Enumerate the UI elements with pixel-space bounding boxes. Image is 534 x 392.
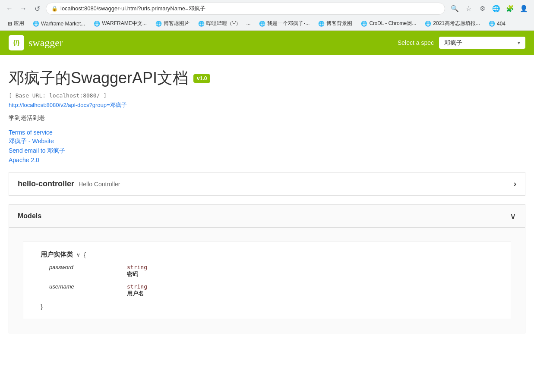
version-badge: v1.0 — [193, 74, 210, 83]
controller-header[interactable]: hello-controller Hello Controller › — [9, 172, 525, 195]
refresh-button[interactable]: ↺ — [32, 3, 42, 14]
license-link[interactable]: Apache 2.0 — [9, 157, 525, 163]
controller-description: Hello Controller — [79, 181, 120, 188]
bookmark-icon-3: 🌐 — [155, 21, 162, 27]
field-desc-password: 密码 — [127, 270, 147, 278]
bookmark-bilibili[interactable]: 🌐 哔哩哔哩（'-'）ゞ... — [195, 19, 254, 28]
api-description: 学到老活到老 — [9, 114, 525, 122]
swagger-logo: {/} swagger — [9, 35, 63, 50]
bookmark-gaokao[interactable]: 🌐 2021高考志愿填报... — [421, 19, 483, 28]
bookmark-icon-5: 🌐 — [259, 21, 265, 27]
browser-chrome: ← → ↺ 🔒 localhost:8080/swagger-ui.html?u… — [0, 0, 534, 31]
bookmark-icon-1: 🌐 — [33, 21, 39, 27]
spec-select[interactable]: 邓疯子 — [439, 37, 525, 49]
controller-section: hello-controller Hello Controller › — [9, 172, 525, 196]
model-field-username: username string 用户名 — [49, 283, 493, 298]
apps-icon: ⊞ — [8, 21, 12, 27]
bookmark-icon-8: 🌐 — [425, 21, 431, 27]
api-title-row: 邓疯子的SwaggerAPI文档 v1.0 — [9, 68, 525, 89]
controller-expand-icon: › — [514, 179, 516, 188]
controller-name: hello-controller — [18, 179, 74, 188]
field-name-username: username — [49, 283, 127, 290]
field-type-password: string — [127, 264, 147, 270]
address-bar[interactable]: 🔒 localhost:8080/swagger-ui.html?urls.pr… — [46, 3, 445, 15]
url-text: localhost:8080/swagger-ui.html?urls.prim… — [60, 5, 205, 13]
bookmark-apps[interactable]: ⊞ 应用 — [4, 19, 28, 28]
model-toggle-icon[interactable]: ∨ — [76, 252, 80, 258]
profile-button[interactable]: 👤 — [518, 3, 530, 15]
field-info-password: string 密码 — [127, 264, 147, 278]
models-header[interactable]: Models ∨ — [9, 205, 525, 228]
model-field-password: password string 密码 — [49, 264, 493, 278]
browser-toolbar: ← → ↺ 🔒 localhost:8080/swagger-ui.html?u… — [0, 0, 534, 17]
model-fields: password string 密码 username string 用户名 — [41, 264, 493, 298]
main-content: 邓疯子的SwaggerAPI文档 v1.0 [ Base URL: localh… — [0, 55, 534, 346]
terms-of-service-link[interactable]: Terms of service — [9, 129, 525, 136]
bookmark-warframe-cn[interactable]: 🌐 WARFRAME中文... — [90, 19, 150, 28]
model-open-brace: { — [84, 251, 86, 258]
models-body: 用户实体类 ∨ { password string 密码 — [9, 228, 525, 333]
extensions-button[interactable]: 🧩 — [504, 3, 516, 15]
bookmark-crxdl[interactable]: 🌐 CrxDL - Chrome浏... — [357, 19, 420, 28]
models-section: Models ∨ 用户实体类 ∨ { password string 密码 — [9, 204, 525, 333]
field-name-password: password — [49, 264, 127, 270]
bookmark-icon-2: 🌐 — [94, 21, 100, 27]
bookmark-button[interactable]: ☆ — [462, 3, 474, 15]
field-type-username: string — [127, 283, 147, 290]
lock-icon: 🔒 — [51, 6, 58, 12]
model-name-row: 用户实体类 ∨ { — [41, 251, 493, 259]
bookmark-404[interactable]: 🌐 404 — [485, 19, 509, 28]
forward-button[interactable]: → — [18, 3, 28, 14]
api-docs-link[interactable]: http://localhost:8080/v2/api-docs?group=… — [9, 102, 127, 108]
base-url: [ Base URL: localhost:8080/ ] — [9, 92, 525, 99]
models-content: 用户实体类 ∨ { password string 密码 — [23, 241, 511, 319]
field-desc-username: 用户名 — [127, 290, 147, 298]
models-expand-icon: ∨ — [510, 211, 516, 221]
model-name: 用户实体类 — [41, 251, 73, 259]
swagger-logo-icon: {/} — [9, 35, 24, 50]
zoom-button[interactable]: 🔍 — [449, 3, 461, 15]
bookmark-warframe[interactable]: 🌐 Warframe Market... — [29, 19, 88, 28]
bookmark-dengfengzi[interactable]: 🌐 我是一个邓疯子-... — [256, 19, 313, 28]
api-links: Terms of service 邓疯子 - Website Send emai… — [9, 129, 525, 163]
website-link[interactable]: 邓疯子 - Website — [9, 138, 525, 145]
bookmarks-bar: ⊞ 应用 🌐 Warframe Market... 🌐 WARFRAME中文..… — [0, 17, 534, 30]
bookmark-icon-7: 🌐 — [361, 21, 367, 27]
back-button[interactable]: ← — [4, 3, 15, 14]
email-link[interactable]: Send email to 邓疯子 — [9, 147, 525, 155]
api-title-text: 邓疯子的SwaggerAPI文档 — [9, 68, 188, 89]
controller-title: hello-controller Hello Controller — [18, 179, 120, 188]
extension-button[interactable]: ⚙ — [476, 3, 488, 15]
toolbar-actions: 🔍 ☆ ⚙ 🌐 🧩 👤 — [449, 3, 530, 15]
models-title: Models — [18, 212, 41, 220]
bookmark-blog-img[interactable]: 🌐 博客愿图片 — [152, 19, 193, 28]
field-info-username: string 用户名 — [127, 283, 147, 298]
swagger-logo-text: swagger — [28, 37, 63, 49]
spec-select-wrapper: 邓疯子 — [439, 37, 525, 49]
api-title-section: 邓疯子的SwaggerAPI文档 v1.0 [ Base URL: localh… — [9, 68, 525, 163]
swagger-spec-selector: Select a spec 邓疯子 — [398, 37, 525, 49]
bookmark-icon-4: 🌐 — [198, 21, 205, 27]
bookmark-icon-9: 🌐 — [489, 21, 495, 27]
bookmark-blog-bg[interactable]: 🌐 博客背景图 — [315, 19, 356, 28]
model-close-brace: } — [41, 303, 493, 310]
globe-button[interactable]: 🌐 — [490, 3, 502, 15]
spec-label: Select a spec — [398, 39, 434, 46]
bookmark-icon-6: 🌐 — [318, 21, 325, 27]
swagger-header: {/} swagger Select a spec 邓疯子 — [0, 31, 534, 55]
